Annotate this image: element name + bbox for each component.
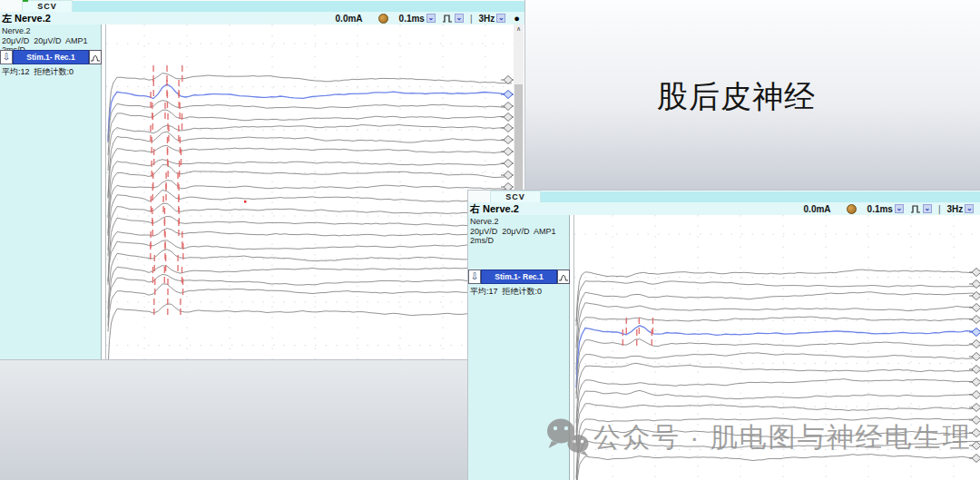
toolbar: 右 Nerve.2 0.0mA 0.1ms ⌄ ⌄ | 3Hz ⌄ ●: [468, 202, 980, 215]
pulse-waveform-icon: [442, 13, 453, 24]
slide-canvas: 股后皮神经 SCV 左 Nerve.2 0.0mA 0.1ms ⌄ ⌄ | 3H…: [0, 0, 980, 480]
sweep-label: 2ms/D: [468, 236, 569, 246]
average-count: 平均:17 拒绝计数:0: [470, 286, 542, 298]
left-scv-panel: SCV 左 Nerve.2 0.0mA 0.1ms ⌄ ⌄ | 3Hz ⌄ ●: [0, 0, 524, 359]
chevron-down-icon[interactable]: ⌄: [496, 14, 505, 23]
background-block: [0, 359, 468, 480]
stim-arrow-button[interactable]: ⇩: [0, 50, 13, 64]
waveform-checkbox[interactable]: [557, 269, 570, 284]
watermark: 公众号 · 肌电图与神经电生理: [544, 417, 972, 457]
rate-value: 3Hz: [479, 14, 495, 24]
watermark-text: 公众号 · 肌电图与神经电生理: [593, 419, 972, 456]
down-arrow-icon: ⇩: [3, 52, 10, 62]
down-arrow-icon: ⇩: [471, 271, 478, 281]
tab-scv[interactable]: SCV: [490, 191, 541, 202]
nerve-label: Nerve.2: [468, 215, 569, 227]
tab-scv[interactable]: SCV: [22, 0, 73, 12]
panel-title: 左 Nerve.2: [2, 12, 51, 24]
wechat-icon: [544, 417, 590, 457]
record-indicator-icon: ●: [514, 12, 520, 24]
average-count: 平均:12 拒绝计数:0: [2, 66, 74, 78]
separator: |: [470, 14, 473, 24]
separator: |: [938, 204, 941, 214]
panel-title: 右 Nerve.2: [470, 202, 519, 215]
stimulus-dot-icon[interactable]: [847, 204, 857, 214]
waveform-checkbox[interactable]: [89, 50, 102, 64]
stimulus-dot-icon[interactable]: [378, 14, 388, 24]
headline-area: 股后皮神经: [524, 0, 980, 191]
duration-value: 0.1ms: [399, 14, 425, 24]
tab-strip: [541, 191, 980, 202]
chevron-down-icon[interactable]: ⌄: [455, 14, 464, 23]
green-artifact: [23, 0, 28, 2]
duration-value: 0.1ms: [867, 204, 893, 214]
stim-row: ⇩ Stim.1- Rec.1: [468, 269, 570, 284]
stim-rec-button[interactable]: Stim.1- Rec.1: [13, 50, 89, 64]
chevron-down-icon[interactable]: ⌄: [965, 204, 974, 213]
chevron-down-icon[interactable]: ⌄: [895, 204, 904, 213]
stim-rec-button[interactable]: Stim.1- Rec.1: [481, 269, 557, 284]
nerve-name-title: 股后皮神经: [657, 76, 816, 118]
panel-body: Nerve.2 20μV/D 20μV/D AMP1 2ms/D ⇩ Stim.…: [0, 24, 524, 359]
sidebar: Nerve.2 20μV/D 20μV/D AMP1 2ms/D ⇩ Stim.…: [0, 24, 102, 359]
stim-arrow-button[interactable]: ⇩: [468, 269, 481, 284]
chevron-down-icon[interactable]: ⌄: [426, 14, 436, 23]
gain-label: 20μV/D 20μV/D AMP1: [468, 227, 569, 237]
nerve-label: Nerve.2: [0, 24, 101, 36]
scroll-up-icon[interactable]: ∧: [514, 24, 524, 34]
trace-plot[interactable]: [105, 24, 514, 359]
rate-value: 3Hz: [947, 204, 964, 214]
stimulus-current-value: 0.0mA: [336, 14, 363, 24]
tab-strip: [73, 1, 524, 12]
tab-bar: SCV: [468, 191, 980, 202]
tab-bar: SCV: [0, 0, 524, 12]
stimulus-current-value: 0.0mA: [804, 204, 831, 214]
toolbar: 左 Nerve.2 0.0mA 0.1ms ⌄ ⌄ | 3Hz ⌄ ●: [0, 12, 524, 24]
chevron-down-icon[interactable]: ⌄: [923, 204, 932, 213]
gain-label: 20μV/D 20μV/D AMP1: [0, 36, 101, 46]
pulse-waveform-icon: [910, 203, 921, 214]
stim-row: ⇩ Stim.1- Rec.1: [0, 50, 102, 64]
